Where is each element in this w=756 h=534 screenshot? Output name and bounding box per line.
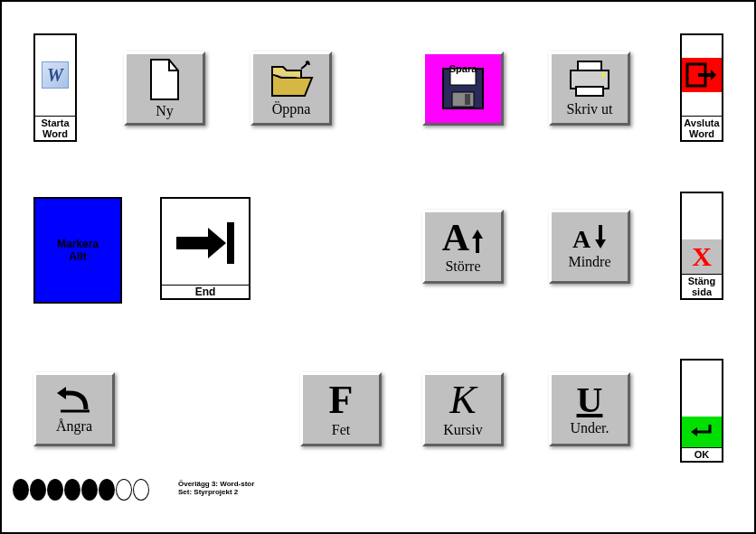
close-page-button[interactable]: X Stäng sida (680, 192, 723, 300)
italic-label: Kursiv (443, 422, 483, 438)
font-bigger-button[interactable]: A Större (422, 210, 504, 284)
bold-button[interactable]: F Fet (300, 372, 382, 446)
ok-button[interactable]: OK (680, 359, 723, 463)
smaller-label: Mindre (568, 254, 610, 270)
svg-rect-7 (576, 87, 603, 96)
footer-line-2: Set: Styrprojekt 2 (178, 489, 254, 497)
bigger-font-icon: A (442, 219, 484, 257)
exit-label-1: Avsluta (684, 117, 719, 128)
italic-button[interactable]: K Kursiv (422, 372, 504, 446)
word-icon: W (35, 35, 75, 116)
underline-button[interactable]: U Under. (549, 372, 630, 446)
undo-icon (53, 384, 95, 417)
new-file-icon (146, 58, 183, 101)
svg-rect-14 (227, 222, 234, 264)
undo-label: Ångra (56, 418, 92, 435)
exit-icon (682, 35, 722, 116)
start-word-button[interactable]: W Starta Word (33, 33, 77, 142)
select-all-label-2: Allt (69, 250, 86, 263)
svg-rect-3 (452, 92, 474, 107)
end-arrow-icon (162, 199, 249, 285)
start-word-label-2: Word (43, 128, 68, 139)
end-label: End (162, 285, 249, 298)
svg-rect-4 (465, 94, 470, 105)
new-button[interactable]: Ny (124, 52, 205, 126)
open-button[interactable]: Öppna (250, 52, 332, 126)
exit-word-button[interactable]: Avsluta Word (680, 33, 723, 142)
enter-icon (682, 361, 722, 447)
ok-label: OK (682, 447, 722, 461)
close-label-1: Stäng (688, 276, 716, 286)
bold-label: Fet (332, 422, 350, 438)
close-x-icon: X (682, 193, 722, 274)
svg-marker-19 (691, 427, 697, 436)
svg-marker-16 (595, 225, 606, 248)
bold-icon: F (329, 380, 354, 420)
save-label: Spara (449, 63, 477, 74)
svg-marker-17 (57, 387, 66, 399)
italic-icon: K (449, 380, 476, 420)
print-button[interactable]: Skriv ut (549, 52, 630, 126)
svg-rect-12 (176, 237, 208, 249)
svg-marker-15 (472, 230, 483, 253)
underline-label: Under. (570, 420, 609, 436)
svg-point-8 (601, 73, 605, 77)
exit-label-2: Word (689, 128, 714, 139)
open-label: Öppna (272, 101, 311, 117)
new-label: Ny (156, 103, 174, 119)
start-word-label-1: Starta (41, 117, 69, 128)
footer-text: Överlägg 3: Word-stor Set: Styrprojekt 2 (178, 481, 254, 497)
page-indicator (13, 479, 149, 501)
close-label-2: sida (692, 286, 712, 297)
save-button[interactable]: Spara (422, 52, 504, 126)
end-button[interactable]: End (160, 197, 250, 300)
underline-icon: U (577, 382, 603, 418)
font-smaller-button[interactable]: A Mindre (549, 210, 630, 284)
print-label: Skriv ut (566, 101, 612, 117)
smaller-font-icon: A (572, 223, 607, 252)
svg-marker-13 (208, 228, 226, 258)
printer-icon (567, 60, 612, 99)
select-all-label-1: Markera (57, 238, 99, 250)
open-folder-icon (269, 60, 314, 99)
select-all-button[interactable]: Markera Allt (33, 197, 122, 304)
undo-button[interactable]: Ångra (33, 372, 115, 446)
svg-marker-0 (151, 60, 178, 99)
svg-marker-11 (711, 70, 716, 80)
bigger-label: Större (445, 258, 480, 275)
